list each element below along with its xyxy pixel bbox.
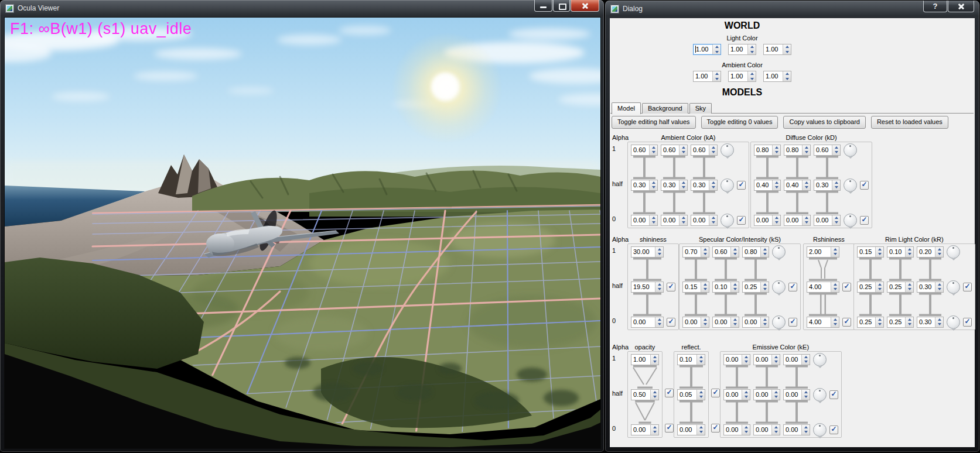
- ke-spin-half-1[interactable]: 0.00: [753, 389, 780, 400]
- spin-down-icon[interactable]: [701, 287, 709, 292]
- rshininess-checkbox-half[interactable]: [842, 283, 851, 291]
- ke-dial-half[interactable]: [813, 388, 827, 401]
- ke-spin-half-0[interactable]: 0.00: [723, 389, 750, 400]
- spin-down-icon[interactable]: [773, 185, 780, 190]
- ke-dial-1[interactable]: [813, 353, 827, 366]
- spin-up-icon[interactable]: [803, 145, 810, 150]
- spin-up-icon[interactable]: [731, 282, 739, 287]
- viewer-3d-viewport[interactable]: F1: ∞B(w1) (s1) uav_idle: [4, 17, 601, 449]
- shininess-spin-0-0[interactable]: 0.00: [631, 317, 664, 328]
- ks-curve-slider-2-0[interactable]: [682, 293, 709, 316]
- shininess-curve-slider-2-0[interactable]: [631, 293, 664, 316]
- spin-down-icon[interactable]: [679, 220, 687, 225]
- spin-down-icon[interactable]: [709, 185, 717, 190]
- spin-down-icon[interactable]: [713, 77, 721, 82]
- spin-up-icon[interactable]: [783, 71, 791, 77]
- rshininess-spin-half-0[interactable]: 4.00: [807, 282, 839, 293]
- ka-curve-slider-2-2[interactable]: [691, 191, 718, 214]
- spin-down-icon[interactable]: [697, 430, 705, 435]
- ks-curve-slider-2-1[interactable]: [712, 293, 739, 316]
- ka-dial-1[interactable]: [721, 143, 734, 157]
- opacity-spin-0-0[interactable]: 0.00: [631, 424, 659, 435]
- viewer-titlebar[interactable]: Ocula Viewer: [0, 0, 604, 16]
- rshininess-curve-slider-1-0[interactable]: [807, 258, 839, 281]
- kr-spin-0-0[interactable]: 0.25: [857, 317, 884, 328]
- kd-spin-half-0[interactable]: 0.40: [754, 180, 781, 191]
- kd-curve-slider-2-0[interactable]: [754, 191, 781, 214]
- spin-down-icon[interactable]: [651, 430, 658, 435]
- kr-curve-slider-2-1[interactable]: [887, 293, 914, 316]
- ambient-color-spin-r[interactable]: 1.00: [693, 71, 721, 82]
- tab-model[interactable]: Model: [612, 102, 641, 114]
- opacity-checkbox-half[interactable]: [665, 389, 674, 397]
- ke-spin-1-2[interactable]: 0.00: [783, 354, 810, 365]
- spin-down-icon[interactable]: [803, 150, 810, 155]
- ke-spin-half-2[interactable]: 0.00: [783, 389, 810, 400]
- spin-up-icon[interactable]: [773, 215, 780, 221]
- spin-up-icon[interactable]: [761, 317, 769, 322]
- spin-up-icon[interactable]: [697, 390, 705, 395]
- spin-down-icon[interactable]: [876, 252, 883, 257]
- spin-down-icon[interactable]: [802, 359, 810, 365]
- kr-spin-0-1[interactable]: 0.25: [887, 317, 914, 328]
- reset-values-button[interactable]: Reset to loaded values: [871, 116, 948, 129]
- kr-curve-slider-2-2[interactable]: [917, 293, 944, 316]
- spin-up-icon[interactable]: [655, 247, 663, 252]
- ke-curve-slider-2-0[interactable]: [723, 400, 750, 424]
- shininess-checkbox-0[interactable]: [667, 318, 675, 327]
- spin-down-icon[interactable]: [906, 287, 913, 292]
- spin-up-icon[interactable]: [701, 282, 709, 287]
- reflect-spin-1-0[interactable]: 0.10: [677, 354, 705, 365]
- kd-curve-slider-2-2[interactable]: [814, 191, 841, 214]
- spin-down-icon[interactable]: [831, 252, 839, 257]
- ks-checkbox-half[interactable]: [788, 283, 797, 291]
- spin-down-icon[interactable]: [748, 50, 756, 55]
- spin-down-icon[interactable]: [802, 430, 810, 435]
- spin-down-icon[interactable]: [650, 220, 657, 225]
- ks-spin-1-2[interactable]: 0.80: [742, 246, 769, 258]
- ambient-color-spin-b[interactable]: 1.00: [763, 71, 791, 82]
- rshininess-spin-0-0[interactable]: 4.00: [807, 317, 839, 328]
- kd-dial-0[interactable]: [844, 214, 857, 227]
- spin-down-icon[interactable]: [701, 252, 709, 257]
- spin-up-icon[interactable]: [831, 282, 839, 287]
- kr-spin-1-1[interactable]: 0.10: [887, 246, 914, 258]
- ka-spin-1-2[interactable]: 0.60: [691, 145, 718, 156]
- spin-up-icon[interactable]: [773, 145, 780, 150]
- light-color-spin-b[interactable]: 1.00: [763, 44, 791, 55]
- kd-dial-1[interactable]: [844, 143, 857, 157]
- spin-up-icon[interactable]: [772, 355, 780, 360]
- spin-up-icon[interactable]: [761, 282, 769, 287]
- spin-up-icon[interactable]: [802, 390, 810, 395]
- spin-up-icon[interactable]: [709, 215, 717, 221]
- opacity-curve-slider-1-0[interactable]: [631, 365, 659, 389]
- spin-down-icon[interactable]: [679, 150, 687, 155]
- ks-dial-0[interactable]: [772, 315, 786, 329]
- ke-spin-0-0[interactable]: 0.00: [723, 424, 750, 435]
- ka-spin-0-0[interactable]: 0.00: [631, 215, 658, 226]
- spin-up-icon[interactable]: [697, 355, 705, 360]
- spin-down-icon[interactable]: [655, 252, 663, 257]
- ks-spin-half-2[interactable]: 0.25: [742, 282, 769, 293]
- kd-checkbox-half[interactable]: [860, 181, 869, 190]
- spin-down-icon[interactable]: [697, 359, 705, 365]
- spin-down-icon[interactable]: [773, 150, 780, 155]
- spin-up-icon[interactable]: [832, 180, 840, 186]
- spin-up-icon[interactable]: [832, 215, 840, 221]
- spin-up-icon[interactable]: [701, 247, 709, 252]
- spin-down-icon[interactable]: [650, 185, 657, 190]
- spin-up-icon[interactable]: [876, 282, 883, 287]
- spin-down-icon[interactable]: [831, 322, 839, 327]
- spin-down-icon[interactable]: [709, 220, 717, 225]
- kr-dial-1[interactable]: [947, 245, 960, 259]
- ka-spin-half-0[interactable]: 0.30: [631, 180, 658, 191]
- spin-up-icon[interactable]: [742, 390, 750, 395]
- spin-down-icon[interactable]: [651, 359, 658, 365]
- kr-curve-slider-1-2[interactable]: [917, 258, 944, 281]
- ke-dial-0[interactable]: [813, 423, 827, 437]
- maximize-button[interactable]: [553, 0, 570, 12]
- kd-spin-half-1[interactable]: 0.40: [784, 180, 811, 191]
- spin-up-icon[interactable]: [655, 317, 663, 322]
- spin-up-icon[interactable]: [650, 145, 657, 150]
- ks-spin-0-0[interactable]: 0.00: [682, 317, 709, 328]
